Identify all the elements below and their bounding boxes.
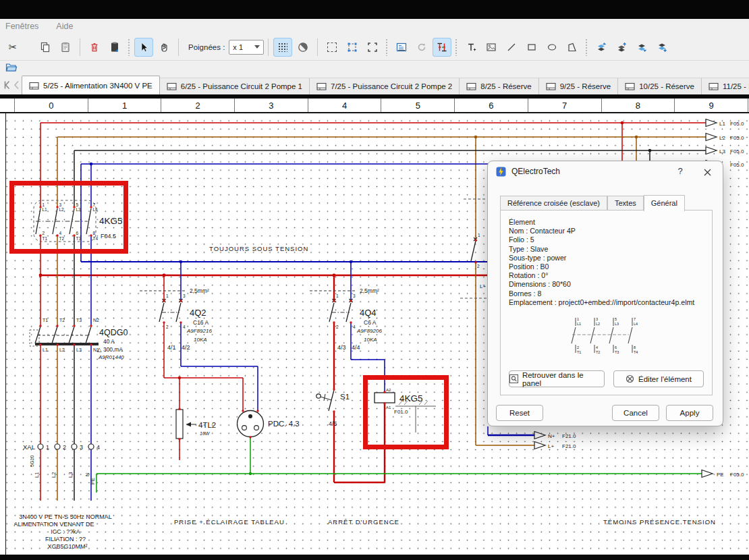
bring-to-front-button[interactable] — [612, 38, 631, 57]
lower-icon — [636, 42, 647, 53]
scroll-left-icon[interactable] — [12, 80, 20, 90]
add-polygon-button[interactable] — [563, 38, 582, 57]
tab-folio-7[interactable]: 7/25 - Puissance Circuit 2 Pompe 2 — [310, 78, 460, 94]
help-button[interactable]: ? — [674, 166, 686, 176]
raise-button[interactable] — [592, 38, 611, 57]
component-name: PDC. 4.3 — [268, 420, 300, 428]
ruler-number: 6 — [455, 99, 528, 112]
menu-bar: Fenêtres Aide — [0, 19, 749, 34]
cut-button[interactable]: ✂ — [3, 38, 22, 57]
folio-icon — [709, 82, 719, 90]
ellipse-icon — [547, 42, 557, 53]
grid-toggle-button[interactable] — [273, 38, 292, 57]
edit-element-button[interactable]: Éditer l'élément — [613, 370, 704, 387]
tab-reference-croisee[interactable]: Référence croisée (esclave) — [500, 196, 607, 211]
component-rating: C16 A — [193, 319, 209, 326]
socket-pdc[interactable]: PDC. 4.3 — [238, 411, 300, 437]
tab-folio-9[interactable]: 9/25 - Réserve — [539, 78, 618, 94]
selection-mode-button[interactable] — [323, 38, 341, 57]
pin-label: L1 — [43, 347, 48, 352]
wire-name: L3 — [67, 472, 74, 478]
pin-label: 7 — [634, 317, 636, 321]
reset-button[interactable]: Reset — [496, 405, 543, 421]
background-toggle-button[interactable] — [294, 38, 312, 57]
rotate-button[interactable] — [412, 38, 431, 57]
lower-button[interactable] — [632, 38, 651, 57]
lamp-4tl2[interactable]: 4TL2 10W — [176, 410, 216, 439]
supply-line: 3N400 V PE TN-S 50Hz NORMAL — [19, 513, 111, 520]
tab-folio-6[interactable]: 6/25 - Puissance Circuit 2 Pompe 1 — [160, 78, 310, 94]
apply-button[interactable]: Apply — [666, 405, 713, 421]
edit-selection-button[interactable] — [343, 38, 362, 57]
menu-aide[interactable]: Aide — [56, 22, 73, 31]
trash-icon — [89, 42, 100, 53]
paste-special-button[interactable] — [105, 38, 124, 57]
rcd-4qdg0[interactable]: T1 T2 T3 N2 L1 L2 L3 N1 4QDG0 40 A △ 300… — [30, 318, 128, 360]
paste-button[interactable] — [56, 38, 75, 57]
pin-label: 2 — [477, 264, 480, 269]
component-artno: A9F89206 — [356, 328, 382, 334]
info-line: Bornes : 8 — [509, 289, 704, 298]
breaker-4q2[interactable]: 2,5mm² 1 3 2 4 4Q2 C16 A A9F89216 10KA 4… — [140, 287, 212, 351]
add-rectangle-button[interactable] — [522, 38, 541, 57]
add-image-button[interactable] — [482, 38, 501, 57]
dc-breaker[interactable]: 1 2 L+ — [460, 199, 487, 298]
titleblock-editor-button[interactable] — [392, 38, 411, 57]
dialog-titlebar[interactable]: QElectroTech — [488, 161, 723, 181]
terminal-strip-xal[interactable]: XAL 1 2 3 4 — [23, 443, 100, 451]
toolbar-separator — [80, 38, 80, 56]
pin-label: T2 — [596, 350, 600, 354]
component-name: 4TL2 — [198, 421, 216, 429]
wire-name: PE — [90, 478, 96, 484]
handles-select[interactable]: x 1 — [229, 40, 264, 55]
folio-icon — [316, 82, 327, 90]
component-artno: A9F89216 — [186, 328, 212, 334]
copy-button[interactable] — [36, 38, 55, 57]
info-line: Sous-type : power — [509, 254, 704, 262]
add-ellipse-button[interactable] — [543, 38, 561, 57]
tab-folio-11[interactable]: 11/25 - Réserve — [702, 78, 749, 94]
folio-reference: F21.0 — [562, 443, 576, 449]
component-rating: 40 A — [103, 338, 115, 345]
toolbar-handle — [128, 38, 131, 56]
scroll-first-icon[interactable] — [1, 80, 12, 90]
wire-name: L2 — [51, 472, 57, 478]
cancel-button[interactable]: Cancel — [612, 405, 659, 421]
pin-label: L3 — [76, 347, 82, 352]
folder-icon[interactable] — [5, 62, 18, 73]
bottom-wire-names: L1 L2 L3 N PE 5G10 — [30, 455, 96, 484]
titleblock-icon — [396, 42, 407, 53]
pan-tool-button[interactable] — [155, 38, 173, 57]
tab-folio-10[interactable]: 10/25 - Réserve — [618, 78, 702, 94]
qelectrotech-window: Fenêtres Aide ✂ Poignées : x 1 — [0, 0, 749, 560]
frame-selection-button[interactable] — [363, 38, 382, 57]
info-line: Emplacement : project0+embed://import/co… — [509, 298, 704, 307]
toolbar-separator — [178, 38, 179, 56]
delete-button[interactable] — [85, 38, 104, 57]
select-tool-button[interactable] — [134, 38, 153, 57]
send-to-back-button[interactable] — [653, 38, 671, 57]
find-in-panel-button[interactable]: Retrouver dans le panel — [509, 370, 605, 387]
pin-label: 3 — [353, 293, 356, 298]
tab-folio-8[interactable]: 8/25 - Réserve — [460, 78, 538, 94]
component-name: 4Q2 — [190, 308, 206, 318]
pin-label: 1 — [336, 293, 339, 298]
menu-fenetres[interactable]: Fenêtres — [5, 22, 38, 31]
pin-label: T1 — [577, 350, 581, 354]
button-label: Éditer l'élément — [638, 375, 692, 383]
ruler-corner — [0, 99, 15, 112]
tab-general[interactable]: Général — [644, 195, 685, 211]
tab-folio-5[interactable]: 5/25 - Alimentation 3N400 V PE — [22, 76, 160, 94]
add-text-button[interactable] — [462, 38, 480, 57]
conductor-tool-button[interactable] — [433, 38, 451, 57]
breaker-4q4[interactable]: 2,5mm² 1 3 2 4 4Q4 C6 A A9F89206 10KA 4/… — [310, 287, 382, 351]
annotation-temoins: TÉMOINS PRÉSENCE TENSION — [603, 518, 716, 526]
wire-name: N+ — [548, 433, 555, 439]
pin-label: L1 — [577, 322, 581, 326]
tab-label: 6/25 - Puissance Circuit 2 Pompe 1 — [181, 82, 302, 90]
add-line-button[interactable] — [502, 38, 521, 57]
close-button[interactable] — [701, 166, 713, 178]
wire-name: L+ — [480, 283, 486, 289]
emergency-stop-s1[interactable]: S1 4/5 — [316, 390, 350, 427]
tab-textes[interactable]: Textes — [607, 196, 644, 211]
